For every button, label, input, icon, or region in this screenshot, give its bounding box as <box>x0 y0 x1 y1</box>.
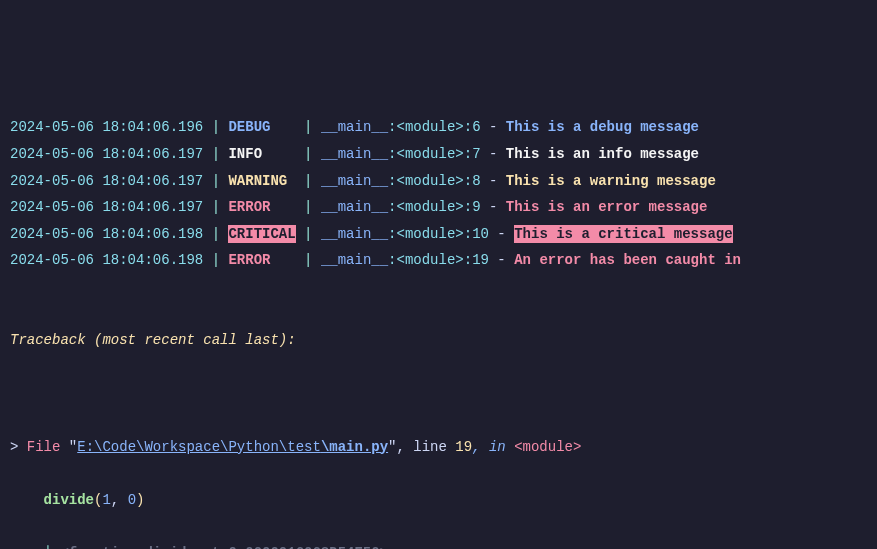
module-name: __main__ <box>321 146 388 162</box>
log-level: ERROR <box>228 199 295 215</box>
timestamp: 2024-05-06 18:04:06.197 <box>10 146 203 162</box>
log-line: 2024-05-06 18:04:06.197 | ERROR | __main… <box>10 194 867 221</box>
timestamp: 2024-05-06 18:04:06.196 <box>10 119 203 135</box>
log-message: This is an info message <box>506 146 699 162</box>
timestamp: 2024-05-06 18:04:06.198 <box>10 252 203 268</box>
log-message: An error has been caught in <box>514 252 741 268</box>
log-line: 2024-05-06 18:04:06.197 | WARNING | __ma… <box>10 168 867 195</box>
log-level: CRITICAL <box>228 225 295 243</box>
timestamp: 2024-05-06 18:04:06.197 <box>10 173 203 189</box>
log-level: WARNING <box>228 173 295 189</box>
log-line: 2024-05-06 18:04:06.196 | DEBUG | __main… <box>10 114 867 141</box>
log-level: INFO <box>228 146 295 162</box>
timestamp: 2024-05-06 18:04:06.198 <box>10 226 203 242</box>
log-line: 2024-05-06 18:04:06.198 | ERROR | __main… <box>10 247 867 274</box>
log-message: This is an error message <box>506 199 708 215</box>
file-path[interactable]: E:\Code\Workspace\Python\test\main.py <box>77 439 388 455</box>
log-line: 2024-05-06 18:04:06.198 | CRITICAL | __m… <box>10 221 867 248</box>
traceback: Traceback (most recent call last): > Fil… <box>10 301 867 549</box>
function-repr: <function divide at 0x0000016068D54E50> <box>60 545 388 549</box>
timestamp: 2024-05-06 18:04:06.197 <box>10 199 203 215</box>
log-message: This is a warning message <box>506 173 716 189</box>
module-name: __main__ <box>321 173 388 189</box>
module-name: __main__ <box>321 226 388 242</box>
log-line: 2024-05-06 18:04:06.197 | INFO | __main_… <box>10 141 867 168</box>
log-message: This is a critical message <box>514 225 732 243</box>
log-level: DEBUG <box>228 119 295 135</box>
log-level: ERROR <box>228 252 295 268</box>
traceback-header: Traceback (most recent call last): <box>10 332 296 348</box>
log-output: 2024-05-06 18:04:06.196 | DEBUG | __main… <box>10 114 867 274</box>
module-name: __main__ <box>321 199 388 215</box>
module-name: __main__ <box>321 119 388 135</box>
module-name: __main__ <box>321 252 388 268</box>
log-message: This is a debug message <box>506 119 699 135</box>
